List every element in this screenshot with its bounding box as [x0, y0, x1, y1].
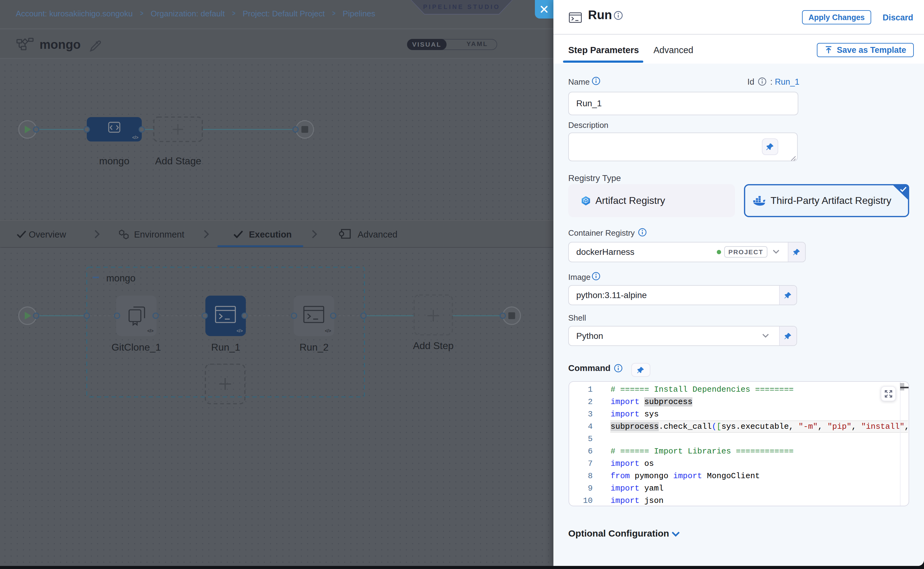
svg-text:mongo: mongo: [99, 155, 129, 166]
svg-text:mongo: mongo: [106, 273, 135, 284]
svg-text:</>: </>: [147, 329, 153, 333]
svg-text:GitClone_1: GitClone_1: [111, 342, 161, 353]
svg-text:Add Stage: Add Stage: [155, 155, 201, 166]
svg-text:Run_1: Run_1: [211, 342, 240, 353]
svg-text:Run_2: Run_2: [299, 342, 328, 353]
svg-text:Execution: Execution: [249, 230, 292, 239]
svg-text:Overview: Overview: [29, 230, 66, 239]
svg-text:</>: </>: [132, 135, 138, 140]
svg-text:Environment: Environment: [134, 230, 184, 239]
svg-text:</>: </>: [237, 329, 243, 333]
svg-text:Advanced: Advanced: [358, 230, 397, 239]
svg-text:</>: </>: [325, 329, 331, 333]
svg-text:Add Step: Add Step: [413, 340, 454, 351]
